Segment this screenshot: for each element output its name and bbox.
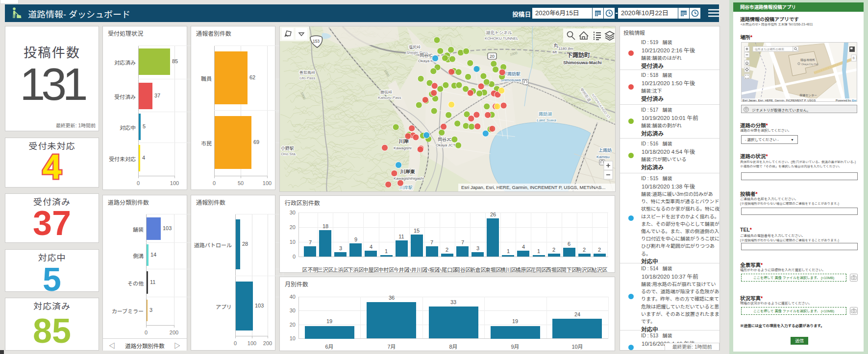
svg-text:Powered by Esri: Powered by Esri	[836, 99, 857, 102]
svg-text:諏訪湖: 諏訪湖	[539, 112, 552, 117]
svg-text:下諏訪町: 下諏訪町	[567, 52, 590, 59]
svg-text:Esri Japan, Esri, HERE, Garmin: Esri Japan, Esri, HERE, Garmin, INCREMEN…	[461, 185, 605, 190]
svg-text:Ono Sta.: Ono Sta.	[281, 152, 297, 156]
svg-text:川岸東: 川岸東	[400, 169, 415, 174]
svg-text:Katsuru Pass: Katsuru Pass	[378, 95, 401, 100]
svg-text:上諏訪: 上諏訪	[598, 148, 612, 153]
svg-text:湖北トンネル: 湖北トンネル	[486, 30, 512, 35]
svg-text:KOHOKU TUNNEL: KOHOKU TUNNEL	[485, 36, 519, 41]
svg-text:Mt.: Mt.	[552, 50, 558, 54]
svg-text:Uto Pass: Uto Pass	[299, 76, 315, 80]
svg-text:保健センター: 保健センター	[799, 94, 817, 97]
svg-text:勝弦峠: 勝弦峠	[380, 90, 392, 94]
svg-text:岡谷JC: 岡谷JC	[438, 137, 452, 142]
svg-text:Shimosuwa-Machi: Shimosuwa-Machi	[563, 60, 602, 65]
svg-text:Okaya City Hall: Okaya City Hall	[801, 63, 818, 66]
svg-text:岡谷IC: 岡谷IC	[420, 53, 433, 58]
svg-text:Kamisu: Kamisu	[596, 155, 610, 159]
svg-text:153: 153	[313, 39, 320, 44]
svg-text:Lake Suwa: Lake Suwa	[537, 118, 556, 122]
svg-text:丸: 丸	[553, 43, 558, 48]
svg-text:岡谷市役所: 岡谷市役所	[800, 58, 815, 62]
svg-text:小野駅: 小野駅	[281, 146, 294, 151]
svg-text:Kawagishihigashi: Kawagishihigashi	[394, 176, 424, 181]
svg-text:塩尻峠: 塩尻峠	[409, 45, 421, 49]
svg-text:住所または場所の検索: 住所または場所の検索	[755, 47, 784, 51]
svg-text:20: 20	[490, 54, 495, 59]
svg-text:Kawagishi: Kawagishi	[394, 146, 412, 150]
svg-text:善知鳥峠: 善知鳥峠	[299, 71, 315, 75]
svg-text:B: B	[853, 56, 855, 60]
svg-text:Okaya JCT: Okaya JCT	[436, 143, 455, 147]
svg-text:Esri Japan, Esri, HERE, Garmin: Esri Japan, Esri, HERE, Garmin, INCREMEN…	[743, 99, 816, 102]
svg-text:1180.8m: 1180.8m	[558, 47, 573, 51]
